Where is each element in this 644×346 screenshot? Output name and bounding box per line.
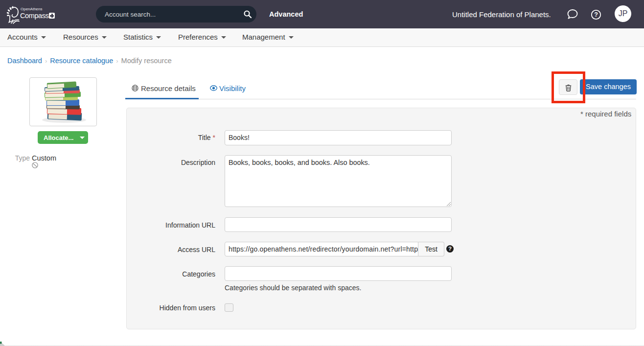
svg-text:?: ? <box>594 11 598 18</box>
